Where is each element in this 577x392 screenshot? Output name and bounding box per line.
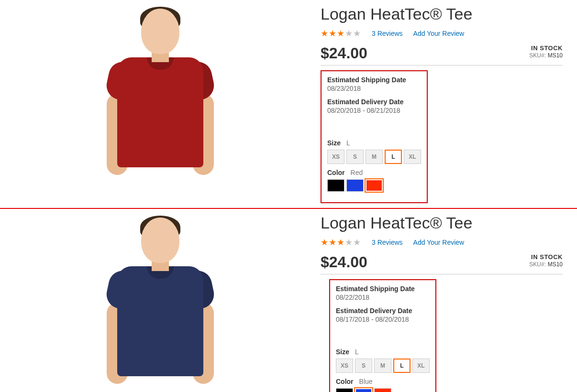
size-swatch-row: XSSMLXL — [327, 150, 421, 164]
shipping-date-value: 08/22/2018 — [336, 294, 430, 301]
price: $24.00 — [321, 253, 367, 271]
size-swatch-xl[interactable]: XL — [412, 359, 430, 373]
star-rating: ★★★★★ — [321, 237, 361, 248]
color-swatch-blue[interactable] — [346, 179, 364, 192]
size-swatch-row: XSSMLXL — [336, 359, 430, 373]
product-info: Logan HeatTec® Tee★★★★★3 ReviewsAdd Your… — [316, 5, 563, 203]
price: $24.00 — [321, 44, 367, 62]
rating-row: ★★★★★3 ReviewsAdd Your Review — [321, 237, 563, 248]
size-swatch-m[interactable]: M — [366, 150, 383, 164]
product-info: Logan HeatTec® Tee★★★★★3 ReviewsAdd Your… — [316, 214, 563, 392]
sku-label: SKU#: — [529, 52, 546, 59]
sku-value: MS10 — [548, 261, 563, 268]
size-swatch-m[interactable]: M — [374, 359, 391, 373]
stock-status: IN STOCK — [529, 44, 563, 52]
price-stock-row: $24.00IN STOCKSKU#: MS10 — [321, 44, 563, 65]
stock-block: IN STOCKSKU#: MS10 — [529, 253, 563, 268]
size-label: Size — [327, 139, 341, 147]
delivery-date-label: Estimated Delivery Date — [327, 98, 421, 106]
size-swatch-xs[interactable]: XS — [336, 359, 353, 373]
size-swatch-s[interactable]: S — [355, 359, 372, 373]
size-swatch-xs[interactable]: XS — [327, 150, 344, 164]
sku-label: SKU#: — [529, 261, 546, 268]
delivery-date-value: 08/20/2018 - 08/21/2018 — [327, 107, 421, 114]
product-image — [5, 5, 316, 203]
product-title: Logan HeatTec® Tee — [321, 5, 563, 23]
product-row: Logan HeatTec® Tee★★★★★3 ReviewsAdd Your… — [0, 209, 577, 392]
price-stock-row: $24.00IN STOCKSKU#: MS10 — [321, 253, 563, 274]
product-image — [5, 214, 316, 392]
color-swatch-red[interactable] — [366, 179, 383, 192]
size-label: Size — [336, 348, 349, 356]
color-swatch-black[interactable] — [327, 179, 344, 192]
size-swatch-xl[interactable]: XL — [404, 150, 421, 164]
reviews-link[interactable]: 3 Reviews — [372, 239, 403, 246]
size-swatch-l[interactable]: L — [385, 150, 402, 164]
color-selected: Blue — [359, 378, 373, 385]
color-label: Color — [327, 169, 345, 176]
product-row: Logan HeatTec® Tee★★★★★3 ReviewsAdd Your… — [0, 0, 577, 208]
add-review-link[interactable]: Add Your Review — [413, 239, 465, 246]
stock-status: IN STOCK — [529, 253, 563, 261]
options-highlight-box: Estimated Shipping Date08/22/2018Estimat… — [329, 279, 436, 392]
sku-value: MS10 — [548, 52, 563, 59]
color-label: Color — [336, 378, 354, 385]
shipping-date-value: 08/23/2018 — [327, 85, 421, 92]
size-selected: L — [346, 139, 350, 147]
stock-block: IN STOCKSKU#: MS10 — [529, 44, 563, 59]
rating-row: ★★★★★3 ReviewsAdd Your Review — [321, 28, 563, 39]
add-review-link[interactable]: Add Your Review — [413, 30, 465, 37]
delivery-date-value: 08/17/2018 - 08/20/2018 — [336, 316, 430, 323]
color-swatch-row — [336, 388, 430, 392]
delivery-date-label: Estimated Delivery Date — [336, 307, 430, 315]
color-swatch-black[interactable] — [336, 388, 353, 392]
size-selected: L — [355, 348, 359, 356]
shipping-date-label: Estimated Shipping Date — [336, 285, 430, 293]
options-highlight-box: Estimated Shipping Date08/23/2018Estimat… — [321, 70, 428, 203]
product-title: Logan HeatTec® Tee — [321, 214, 563, 232]
size-swatch-l[interactable]: L — [393, 359, 411, 373]
star-rating: ★★★★★ — [321, 28, 361, 39]
shipping-date-label: Estimated Shipping Date — [327, 76, 421, 84]
size-swatch-s[interactable]: S — [346, 150, 364, 164]
color-selected: Red — [351, 169, 363, 176]
color-swatch-red[interactable] — [374, 388, 391, 392]
color-swatch-row — [327, 179, 421, 192]
color-swatch-blue[interactable] — [355, 388, 372, 392]
reviews-link[interactable]: 3 Reviews — [372, 30, 403, 37]
